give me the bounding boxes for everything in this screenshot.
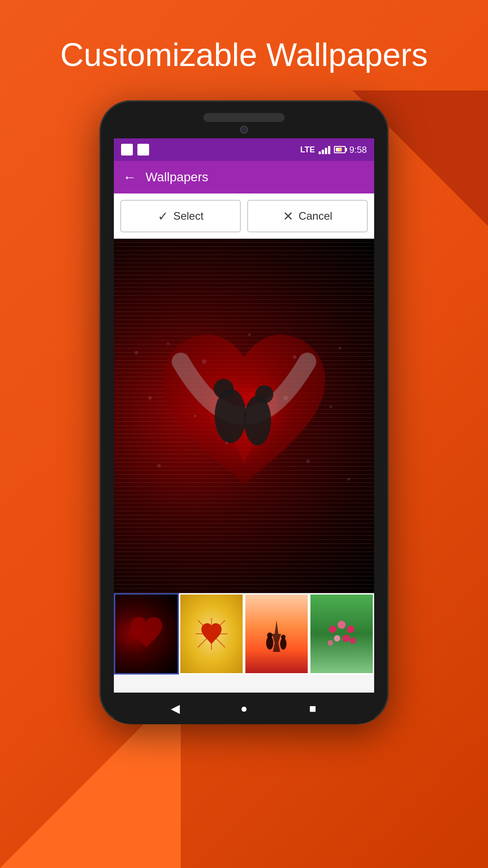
battery-icon: ⚡ (334, 146, 346, 153)
page-title: Customizable Wallpapers (60, 36, 428, 73)
thumbnail-strip (114, 593, 374, 675)
action-buttons-row: ✓ Select ✕ Cancel (114, 193, 374, 239)
svg-point-35 (328, 640, 333, 646)
svg-point-29 (281, 635, 286, 639)
signal-bar-3 (325, 148, 327, 154)
signal-bar-2 (322, 150, 324, 154)
back-button[interactable]: ← (123, 170, 136, 185)
lte-indicator: LTE (300, 145, 315, 155)
svg-point-10 (148, 396, 152, 400)
thumbnail-1-art (115, 594, 178, 673)
svg-point-5 (167, 342, 169, 345)
svg-point-28 (280, 638, 286, 650)
svg-point-36 (350, 637, 356, 644)
thumbnail-4-art (310, 594, 373, 673)
svg-point-13 (329, 406, 332, 408)
signal-bar-1 (319, 151, 321, 154)
svg-point-16 (306, 459, 310, 463)
svg-point-12 (283, 396, 288, 400)
signal-bar-4 (328, 146, 330, 154)
main-wallpaper-image (114, 239, 374, 593)
thumb1-svg (128, 616, 164, 652)
select-button-label: Select (174, 210, 204, 222)
thumbnail-4[interactable] (309, 593, 374, 675)
thumbnail-1[interactable] (114, 593, 179, 675)
thumbnail-2-art (180, 594, 243, 673)
svg-point-15 (225, 442, 228, 444)
svg-point-17 (347, 478, 350, 481)
svg-point-31 (338, 621, 346, 629)
cancel-button-label: Cancel (299, 210, 333, 222)
svg-point-6 (202, 359, 206, 364)
status-square-1 (121, 144, 133, 156)
svg-point-33 (334, 635, 340, 642)
battery-bolt-icon: ⚡ (337, 146, 343, 153)
select-button[interactable]: ✓ Select (120, 200, 241, 232)
phone-speaker (203, 113, 285, 122)
phone-camera (240, 126, 248, 134)
thumbnail-3-art (245, 594, 308, 673)
status-square-2 (137, 144, 149, 156)
cancel-icon: ✕ (283, 209, 293, 224)
status-right: LTE ⚡ 9:58 (300, 145, 367, 155)
signal-icon (319, 145, 330, 154)
thumb4-svg (324, 616, 360, 652)
thumb2-svg (193, 616, 230, 652)
thumb3-svg (258, 616, 295, 652)
phone-frame: LTE ⚡ 9:58 ← Wallpapers ✓ (99, 100, 389, 724)
thumbnail-2[interactable] (179, 593, 244, 675)
svg-point-14 (157, 464, 161, 467)
svg-point-34 (343, 635, 350, 642)
svg-point-26 (266, 636, 273, 650)
thumbnail-3[interactable] (244, 593, 309, 675)
svg-point-4 (135, 351, 138, 354)
svg-point-30 (329, 626, 336, 633)
nav-recent-button[interactable]: ■ (301, 697, 324, 720)
app-bar: ← Wallpapers (114, 161, 374, 193)
status-bar: LTE ⚡ 9:58 (114, 138, 374, 161)
svg-point-9 (338, 347, 341, 349)
svg-point-32 (347, 626, 354, 633)
status-left (121, 144, 149, 156)
svg-point-11 (194, 415, 197, 417)
phone-screen: LTE ⚡ 9:58 ← Wallpapers ✓ (114, 138, 374, 724)
nav-home-button[interactable]: ● (233, 697, 255, 720)
wallpaper-preview (114, 239, 374, 593)
bottom-area (114, 675, 374, 693)
svg-point-7 (248, 333, 251, 336)
checkmark-icon: ✓ (158, 209, 168, 224)
app-bar-title: Wallpapers (145, 170, 208, 184)
nav-back-button[interactable]: ◀ (164, 697, 187, 720)
nav-bar: ◀ ● ■ (114, 693, 374, 724)
svg-point-8 (293, 355, 296, 359)
status-time: 9:58 (349, 145, 367, 155)
cancel-button[interactable]: ✕ Cancel (247, 200, 368, 232)
drops-svg (114, 239, 374, 593)
svg-point-27 (267, 632, 272, 638)
